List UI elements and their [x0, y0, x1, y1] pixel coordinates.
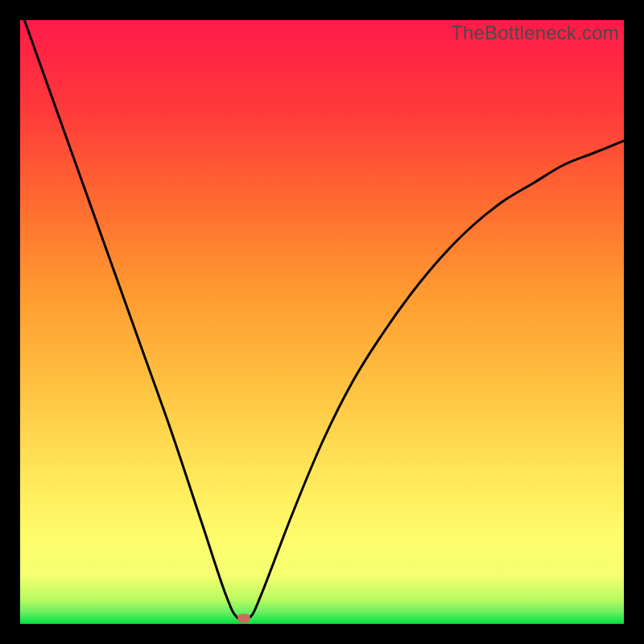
chart-gradient-background [20, 20, 624, 624]
watermark-text: TheBottleneck.com [451, 22, 619, 44]
optimal-point-marker [237, 613, 250, 622]
chart-frame: TheBottleneck.com [20, 20, 624, 624]
